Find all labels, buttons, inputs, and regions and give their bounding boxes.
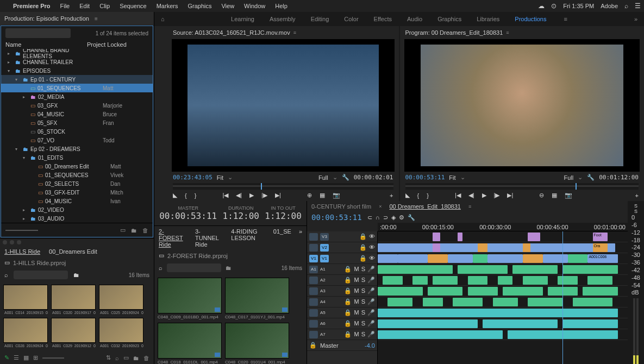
hills-filter-input[interactable] [14,271,68,279]
clip[interactable] [428,287,462,296]
wrench-icon[interactable]: 🔧 [408,214,415,221]
magnet-icon[interactable]: ∩ [376,214,380,221]
settings-icon[interactable]: ⚙ [399,214,404,221]
timeline-tc[interactable]: 00:00:53:11 [311,213,362,222]
video-track-header[interactable]: V1V1🔒👁 [307,253,377,264]
add-button-icon[interactable]: + [635,192,639,199]
thumbnail[interactable]: C048_C017_0101YJ_001.mp4 [225,278,289,319]
thumbnail[interactable]: A001_C014_20190915_001.mov [3,285,48,315]
tree-row[interactable]: ▾🖿Ep 02 - DREAMERS [1,145,153,153]
tree-row[interactable]: ▭02_SELECTSDan [1,179,153,188]
track-lane[interactable] [378,297,628,307]
mark-out-icon-2[interactable]: } [427,192,429,199]
tree-row[interactable]: ▭01_SEQUENCESMatt [1,84,153,92]
clip[interactable] [562,319,617,328]
clip[interactable] [568,254,588,263]
menu-extras-icon[interactable]: ☰ [635,2,641,10]
thumbnail[interactable]: C048_C009_0101BD_001.mp4 [158,278,222,319]
folder-filter-icon[interactable]: 🖿 [226,265,232,271]
master-track-header[interactable]: 🔒Master-4.0 [307,340,377,351]
program-scrubber[interactable] [405,183,639,190]
clip[interactable] [512,265,558,274]
info-filter-input[interactable] [167,263,221,272]
clip[interactable] [453,298,483,306]
clip[interactable] [562,265,617,274]
export-frame-icon[interactable]: 📷 [565,192,572,199]
new-item-icon[interactable]: ▭ [123,354,129,361]
cc-icon[interactable]: ☁ [538,2,545,10]
mark-in-icon[interactable]: ◣ [405,192,410,199]
thumbnail[interactable]: C048_C020_0101U4_001.mp4 [225,323,289,364]
wifi-icon[interactable]: ⊙ [551,2,557,10]
col-header-locked[interactable]: Project Locked [87,41,127,48]
audio-track-header[interactable]: A1A1🔒MS🎤 [307,264,377,275]
track-lane[interactable]: Foot [378,231,628,242]
clip[interactable] [383,276,403,285]
tree-row[interactable]: ▭04_MUSICBruce [1,110,153,118]
tree-row[interactable]: ▾🖿Ep 01 - CENTURY [1,75,153,84]
tab-dreamers-edit[interactable]: 00_Dreamers Edit [49,248,97,255]
source-fit[interactable]: Fit [217,174,223,181]
menu-view[interactable]: View [221,3,234,9]
trash-icon-2[interactable]: 🗑 [143,355,149,361]
menu-graphics[interactable]: Graphics [187,3,211,9]
tree-row[interactable]: ▭05_SFXFran [1,118,153,127]
clip[interactable] [587,276,612,285]
tree-row[interactable]: ▸🖿CHANNEL TRAILER [1,58,153,66]
clip[interactable] [433,243,440,252]
source-menu-icon[interactable]: ≡ [293,30,296,35]
ws-tab-audio[interactable]: Audio [407,16,422,22]
clip[interactable] [503,287,543,296]
clip[interactable] [528,233,540,241]
clip[interactable] [468,287,498,296]
clip[interactable] [448,254,473,263]
program-fit[interactable]: Fit [449,174,455,181]
audio-track-header[interactable]: A5🔒MS🎤 [307,307,377,318]
clip[interactable] [573,298,613,306]
clip[interactable] [398,254,428,263]
tree-row[interactable]: ▾🖿EPISODES [1,66,153,75]
clip[interactable] [468,276,488,285]
step-back-icon[interactable]: ◀| [468,192,474,199]
tree-row[interactable]: ▭01_SEQUENCESVivek [1,171,153,179]
track-lane[interactable]: Ora [378,242,628,253]
new-folder-icon[interactable]: 🖿 [131,227,137,234]
insert-icon[interactable]: ⊕ [307,192,312,199]
mark-out-icon-2[interactable]: } [195,192,197,199]
audio-track-header[interactable]: A7🔒MS🎤 [307,329,377,340]
hills-bin-icon[interactable]: ▭ [4,259,10,266]
step-fwd-icon[interactable]: |▶ [494,192,500,199]
tree-row[interactable]: ▭03_GFX-EDITMitch [1,188,153,197]
audio-track-header[interactable]: A4🔒MS🎤 [307,297,377,307]
chevron-down-icon[interactable]: ⌄ [578,174,583,181]
tree-row[interactable]: ▸🖿03_AUDIO [1,214,153,223]
tree-row[interactable]: ▭07_VOTodd [1,136,153,145]
source-scrubber[interactable] [173,183,393,190]
clip[interactable] [412,276,428,285]
tree-row[interactable]: ▸🖿02_VIDEO [1,205,153,214]
clip[interactable] [378,287,423,296]
tree-row[interactable]: ▾🖿01_EDITS [1,153,153,162]
panel-menu-icon[interactable]: ≡ [468,204,471,209]
playhead[interactable] [562,231,563,364]
menu-edit[interactable]: Edit [79,3,90,9]
thumbnail[interactable]: C048_C018_0101DL_001.mp4 [158,323,222,364]
program-tc-left[interactable]: 00:00:53:11 [405,174,445,181]
play-icon[interactable]: ▶ [249,192,254,199]
go-to-out-icon[interactable]: ▶| [507,192,513,199]
marker-icon[interactable]: ◈ [391,214,396,221]
source-tc-left[interactable]: 00:23:43:05 [173,174,212,181]
track-lane[interactable]: A001C006 [378,253,628,264]
col-header-name[interactable]: Name [5,41,87,48]
clip[interactable] [458,233,462,241]
overflow-icon[interactable]: » [634,16,637,22]
clip[interactable] [378,309,618,317]
clip[interactable] [543,254,568,263]
track-lane[interactable] [378,264,628,275]
chevron-down-icon[interactable]: ⌄ [228,174,233,181]
solo-icon[interactable]: S [634,203,637,209]
step-fwd-icon[interactable]: |▶ [261,192,267,199]
go-to-in-icon[interactable]: |◀ [455,192,461,199]
thumbnail[interactable]: A001_C025_20190924_003.mov [99,285,143,315]
clip[interactable] [483,319,558,328]
